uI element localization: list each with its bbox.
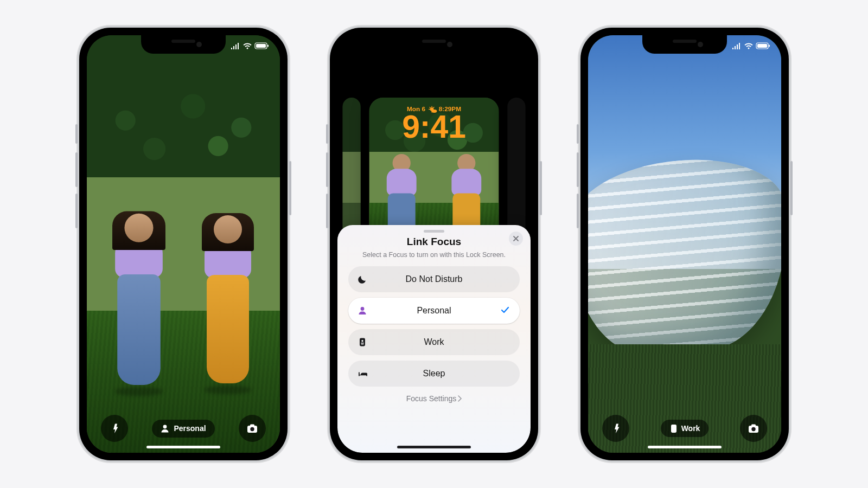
- wallpaper-figure-left: [108, 214, 170, 396]
- iphone-work-lockscreen: Mon 6 65° 9:41 9:30–10:00 AM Meet w/ eng…: [578, 25, 791, 463]
- wifi-icon: [744, 43, 753, 49]
- check-icon: [501, 306, 509, 316]
- notch: [392, 35, 476, 54]
- battery-icon: [255, 42, 269, 49]
- focus-option-personal[interactable]: Personal: [348, 298, 520, 324]
- signal-icon: [231, 43, 240, 49]
- focus-option-label: Do Not Disturb: [406, 274, 463, 284]
- lock-screen[interactable]: Mon 6 8:29PM 9:41 Personal: [87, 35, 280, 453]
- three-phone-stage: Mon 6 8:29PM 9:41 Personal: [0, 0, 868, 488]
- focus-pill-label: Personal: [174, 424, 206, 433]
- signal-icon: [732, 43, 741, 49]
- focus-option-dnd[interactable]: Do Not Disturb: [348, 266, 520, 292]
- home-indicator[interactable]: [397, 446, 471, 448]
- status-bar: [732, 42, 770, 49]
- iphone-personal-lockscreen: Mon 6 8:29PM 9:41 Personal: [77, 25, 290, 463]
- focus-pill[interactable]: Personal: [152, 420, 214, 438]
- person-icon: [358, 306, 367, 316]
- badge-icon: [358, 338, 367, 347]
- camera-icon: [748, 423, 759, 433]
- home-indicator[interactable]: [146, 446, 220, 448]
- wallpaper-figure-right: [197, 215, 258, 394]
- wallpaper-architecture: [588, 35, 781, 453]
- focus-option-label: Personal: [417, 306, 451, 316]
- person-icon: [161, 424, 169, 433]
- focus-settings-link[interactable]: Focus Settings: [337, 394, 531, 403]
- iphone-link-focus-sheet: Mon 6 8:29PM 9:41 Link Focus Select a Fo…: [328, 25, 540, 463]
- focus-options: Do Not Disturb Personal Work Sleep: [337, 266, 531, 387]
- link-focus-sheet: Link Focus Select a Focus to turn on wit…: [337, 225, 531, 453]
- moon-icon: [358, 275, 367, 284]
- sheet-subtitle: Select a Focus to turn on with this Lock…: [348, 251, 520, 259]
- camera-button[interactable]: [740, 415, 767, 442]
- close-button[interactable]: [509, 232, 523, 246]
- lock-screen[interactable]: Mon 6 65° 9:41 9:30–10:00 AM Meet w/ eng…: [588, 35, 781, 453]
- focus-settings-label: Focus Settings: [406, 394, 457, 403]
- flashlight-button[interactable]: [101, 415, 128, 442]
- close-icon: [513, 235, 519, 242]
- flashlight-icon: [111, 423, 118, 434]
- focus-pill[interactable]: Work: [661, 420, 709, 437]
- badge-icon: [669, 424, 677, 433]
- flashlight-button[interactable]: [602, 415, 629, 442]
- focus-pill-label: Work: [681, 424, 700, 433]
- notch: [141, 35, 226, 54]
- mini-time: 9:41: [369, 112, 499, 141]
- status-bar: [231, 42, 269, 49]
- focus-option-work[interactable]: Work: [348, 329, 520, 355]
- chevron-right-icon: [458, 396, 462, 402]
- camera-icon: [247, 423, 258, 433]
- bed-icon: [358, 370, 368, 377]
- camera-button[interactable]: [239, 415, 266, 442]
- focus-option-sleep[interactable]: Sleep: [348, 361, 520, 387]
- sheet-grabber[interactable]: [424, 230, 444, 233]
- sheet-title: Link Focus: [337, 236, 531, 248]
- battery-icon: [756, 42, 770, 49]
- notch: [642, 35, 727, 54]
- wifi-icon: [243, 43, 252, 49]
- wallpaper-photo: [87, 35, 280, 453]
- focus-option-label: Sleep: [423, 369, 445, 378]
- home-indicator[interactable]: [648, 446, 722, 448]
- focus-option-label: Work: [424, 337, 444, 347]
- flashlight-icon: [612, 423, 620, 434]
